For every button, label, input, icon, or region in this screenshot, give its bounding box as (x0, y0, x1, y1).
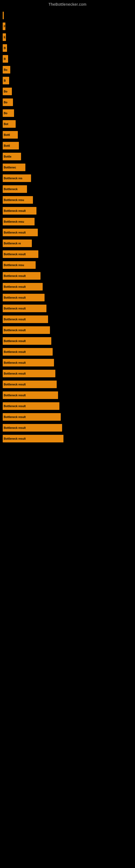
bar-row: B (3, 43, 135, 53)
bar-label: Bottleneck result (4, 253, 26, 256)
bar-item: Bottleneck result (3, 380, 57, 388)
bar-row: B (3, 75, 135, 86)
bar-item: Bottleneck result (3, 337, 51, 345)
bar-label: E (4, 36, 6, 39)
bar-label: B (4, 58, 6, 61)
bar-item: Bottleneck result (3, 250, 38, 258)
bar-label: Bottleneck re (4, 242, 21, 245)
bar-row: Bottleneck result (3, 314, 135, 324)
bar-label: Bo (4, 68, 7, 71)
bar-item: Bo (3, 66, 10, 73)
bar-item: F (3, 23, 5, 30)
bar-item: B (3, 77, 9, 84)
bar-item: Bottleneck (3, 185, 27, 193)
bar-row: Bottleneck result (3, 249, 135, 259)
bar-row: Bottleneck resu (3, 216, 135, 227)
bar-label: Bottleneck resu (4, 264, 24, 267)
bar-row: Bottle (3, 151, 135, 162)
bar-item: Bottleneck result (3, 370, 55, 377)
bar-label: F (4, 25, 5, 28)
bar-row (3, 10, 135, 21)
bar-label: Bot (4, 123, 8, 126)
bar-item: Bottleneck result (3, 283, 43, 290)
bar-item: B (3, 44, 7, 52)
bar-label: Bottleneck res (4, 177, 22, 180)
bar-row: Bottleneck result (3, 390, 135, 400)
bar-row: Bottleneck resu (3, 195, 135, 205)
bar-row: Bottleneck (3, 184, 135, 194)
bar-item: Bottleneck result (3, 315, 48, 323)
site-title: TheBottlenecker.com (0, 0, 135, 8)
bar-item: Bottl (3, 131, 18, 138)
bar-label: Bottleneck result (4, 275, 26, 278)
bar-row: Bottleneck resu (3, 260, 135, 270)
bar-row: Bottleneck result (3, 412, 135, 422)
bar-item: Bottleneck result (3, 435, 63, 442)
bar-item: Bottleneck result (3, 326, 50, 334)
bar-row: Bottleneck result (3, 433, 135, 444)
bar-item: Bottleneck res (3, 175, 31, 182)
bar-row: Bottleneck result (3, 303, 135, 314)
bar-label: Bottleneck result (4, 415, 26, 418)
bar-label: Bottleneck result (4, 361, 26, 364)
bar-row: B (3, 54, 135, 64)
bar-row: F (3, 21, 135, 31)
bar-row: Bottleneck result (3, 227, 135, 238)
bar-item: Bottleneck re (3, 240, 32, 247)
bar-label: Bottleneck result (4, 437, 26, 440)
bar-item: Bottleneck result (3, 229, 38, 236)
bar-row: Bottleneck result (3, 358, 135, 368)
bar-label: Bottleneck result (4, 372, 26, 375)
bar-item: Bottleneck result (3, 413, 61, 421)
bar-row: Bottleneck result (3, 271, 135, 281)
bar-row: Bottl (3, 141, 135, 151)
bar-row: Bottleneck result (3, 325, 135, 335)
bar-item: Bottleneck resu (3, 196, 33, 204)
bar-row: Bottleneck res (3, 173, 135, 183)
bar-item: Bottleneck resu (3, 218, 35, 225)
bar-label: Bottleneck result (4, 307, 26, 310)
bar-row: Bottleneck result (3, 379, 135, 390)
bar-item: Bottleneck result (3, 305, 46, 312)
bar-label: Bottleneck result (4, 318, 26, 321)
bar-row: Bottleneck re (3, 238, 135, 248)
bar-row: Bottlenec (3, 162, 135, 173)
bar-label: B (4, 79, 6, 82)
bar-item: Bottle (3, 153, 21, 160)
bar-item: Bottleneck result (3, 424, 62, 432)
bar-label: Bottl (4, 144, 10, 147)
bar-label: Bottleneck result (4, 383, 26, 386)
bar-item: Bottleneck result (3, 294, 45, 301)
bar-item: Bo (3, 88, 12, 95)
bar-label: Bottleneck result (4, 405, 26, 408)
bar-label: B (4, 46, 6, 50)
bar-row: Bottleneck result (3, 401, 135, 411)
bar-label: Bottl (4, 133, 10, 136)
bar-label: Bottleneck result (4, 209, 26, 212)
bar-label: Bo (4, 90, 7, 93)
bar-item: Bot (3, 120, 16, 128)
bar-label: Bottleneck (4, 188, 17, 191)
bar-row: Bottleneck result (3, 206, 135, 216)
bar-label: Bottleneck resu (4, 220, 24, 223)
bar-item (3, 12, 4, 19)
bar-row: Bottleneck result (3, 347, 135, 357)
bar-label: Bo (4, 101, 7, 104)
bar-item: Bottleneck resu (3, 261, 36, 269)
bar-item: B (3, 55, 8, 63)
bar-item: Bottleneck result (3, 392, 58, 399)
bar-label: Bo (4, 112, 7, 115)
bar-row: Bo (3, 86, 135, 97)
bar-row: Bottl (3, 130, 135, 140)
bar-row: Bottleneck result (3, 368, 135, 379)
bar-label: Bottle (4, 155, 11, 158)
bar-item: E (3, 33, 6, 41)
bar-label: Bottleneck result (4, 426, 26, 429)
bar-item: Bo (3, 98, 13, 106)
bar-item: Bottleneck result (3, 402, 59, 410)
bar-row: Bot (3, 119, 135, 129)
bar-label: Bottleneck result (4, 340, 26, 343)
bars-container: FEBBBoBBoBoBoBotBottlBottlBottleBottlene… (0, 8, 135, 447)
bar-item: Bottleneck result (3, 359, 54, 367)
bar-row: Bo (3, 108, 135, 118)
